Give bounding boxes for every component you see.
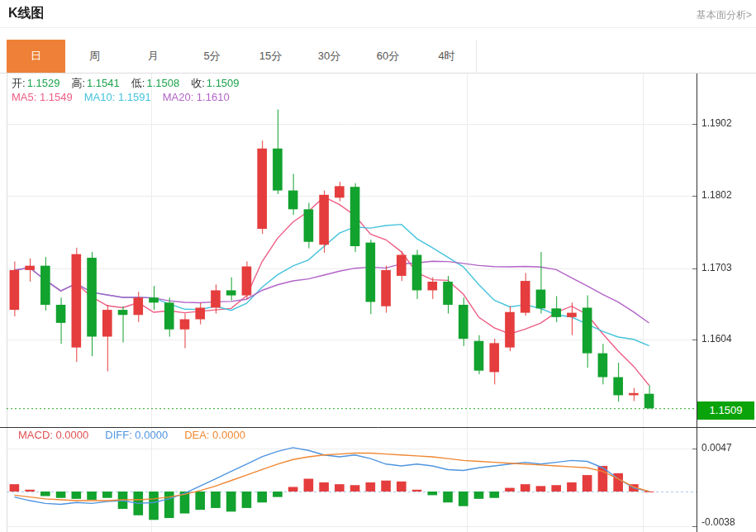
ohlc-value: 1.1529	[27, 77, 60, 89]
tab-interval-1[interactable]: 日	[7, 40, 66, 73]
macd-axis-tick-label: -0.0038	[701, 516, 735, 528]
tab-interval-3[interactable]: 月	[124, 40, 183, 73]
tab-interval-7[interactable]: 60分	[359, 40, 418, 73]
tab-interval-5[interactable]: 15分	[241, 40, 301, 73]
macd-legend: MACD: 0.0000DIFF: 0.0000DEA: 0.0000	[18, 429, 262, 441]
ohlc-label: 收:	[191, 77, 205, 89]
main-axis-tick-label: 1.1802	[701, 189, 732, 201]
ohlc-legend: 开:1.1529高:1.1541低:1.1508收:1.1509	[12, 76, 251, 91]
interval-tabbar: 日周月5分15分30分60分4时	[0, 40, 756, 74]
tab-interval-4[interactable]: 5分	[183, 40, 242, 73]
ohlc-label: 高:	[71, 77, 85, 89]
ohlc-item: 低:1.1508	[131, 77, 179, 89]
ohlc-item: 收:1.1509	[191, 77, 239, 89]
current-price-badge: 1.1509	[697, 401, 754, 420]
main-axis-tick-label: 1.1604	[701, 333, 732, 344]
ohlc-label: 低:	[131, 77, 145, 89]
ohlc-label: 开:	[12, 77, 26, 89]
main-axis-tick-label: 1.1902	[701, 117, 732, 129]
tab-interval-8[interactable]: 4时	[417, 40, 477, 73]
title-divider	[0, 27, 756, 28]
ma-legend-item: MA10: 1.1591	[84, 91, 151, 103]
ma-legend-item: MA5: 1.1549	[12, 91, 73, 103]
macd-legend-item: MACD: 0.0000	[18, 429, 88, 441]
tab-interval-6[interactable]: 30分	[300, 40, 359, 73]
fundamental-analysis-link[interactable]: 基本面分析>	[697, 8, 752, 22]
ohlc-item: 开:1.1529	[12, 77, 59, 89]
ohlc-value: 1.1508	[146, 77, 179, 89]
ohlc-value: 1.1541	[87, 77, 120, 89]
macd-legend-item: DEA: 0.0000	[184, 429, 245, 441]
page-title: K线图	[8, 5, 45, 22]
main-axis-tick-label: 1.1703	[701, 262, 732, 273]
ma-legend: MA5: 1.1549MA10: 1.1591MA20: 1.1610	[12, 91, 241, 103]
kline-page: K线图 基本面分析> 日周月5分15分30分60分4时 开:1.1529高:1.…	[0, 0, 756, 532]
ma-legend-item: MA20: 1.1610	[163, 91, 230, 103]
tab-interval-2[interactable]: 周	[65, 40, 125, 73]
macd-axis-tick-label: 0.0047	[701, 442, 732, 454]
ohlc-value: 1.1509	[207, 77, 240, 89]
ohlc-item: 高:1.1541	[71, 77, 119, 89]
macd-legend-item: DIFF: 0.0000	[105, 429, 168, 441]
